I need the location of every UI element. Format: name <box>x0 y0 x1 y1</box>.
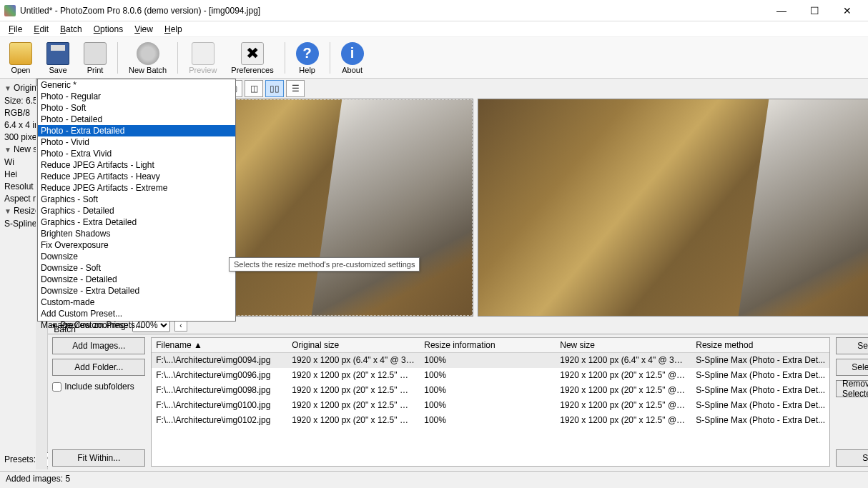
presets-label: Presets: <box>4 454 36 464</box>
table-cell: 1920 x 1200 px (20" x 12.5" @ 9... <box>556 383 691 397</box>
col-filename[interactable]: Filename ▲ <box>152 338 287 352</box>
table-cell: 100% <box>420 353 556 367</box>
about-button[interactable]: iAbout <box>335 39 370 77</box>
minimize-button[interactable]: — <box>765 0 798 21</box>
table-cell: 100% <box>420 413 556 427</box>
table-row[interactable]: F:\...\Architecture\img0102.jpg1920 x 12… <box>152 413 829 428</box>
table-cell: 1920 x 1200 px (20" x 12.5" @ 9... <box>556 368 691 382</box>
menu-help[interactable]: Help <box>159 23 188 36</box>
preset-option[interactable]: Downsize - Extra Detailed <box>38 285 235 297</box>
preset-option[interactable]: Fix Overexposure <box>38 239 235 251</box>
table-cell: 1920 x 1200 px (20" x 12.5" @ 9... <box>287 398 420 412</box>
preset-option[interactable]: Add Custom Preset... <box>38 308 235 319</box>
preset-option[interactable]: Graphics - Detailed <box>38 205 235 216</box>
table-cell: 100% <box>420 383 556 397</box>
save-button[interactable]: Save <box>40 39 76 77</box>
preset-option[interactable]: Reduce JPEG Artifacts - Extreme <box>38 182 235 194</box>
batch-left-controls: Add Images... Add Folder... Include subf… <box>52 337 145 467</box>
preset-option[interactable]: Reduce JPEG Artifacts - Light <box>38 159 235 171</box>
table-cell: S-Spline Max (Photo - Extra Det... <box>691 353 829 367</box>
table-cell: F:\...\Architecture\img0098.jpg <box>152 383 287 397</box>
close-button[interactable]: ✕ <box>831 0 864 21</box>
preferences-button[interactable]: ✖Preferences <box>225 39 280 77</box>
toolbar-separator <box>330 42 330 74</box>
col-new-size[interactable]: New size <box>556 338 691 352</box>
layout-split-h-icon[interactable]: ◫ <box>245 80 263 97</box>
menu-batch[interactable]: Batch <box>54 23 88 36</box>
preset-option[interactable]: Downsize - Soft <box>38 262 235 274</box>
preset-option[interactable]: Downsize - Detailed <box>38 274 235 285</box>
batch-area: Batch Add Images... Add Folder... Includ… <box>48 334 868 469</box>
table-row[interactable]: F:\...\Architecture\img0096.jpg1920 x 12… <box>152 368 829 383</box>
settings-panel: Original Size: 6.59 RGB/8 6.4 x 4 in 300… <box>0 79 48 469</box>
maximize-button[interactable]: ☐ <box>798 0 831 21</box>
preset-option[interactable]: Downsize <box>38 251 235 262</box>
print-button[interactable]: Print <box>77 39 113 77</box>
preset-option[interactable]: Photo - Extra Detailed <box>38 125 235 136</box>
help-button[interactable]: ?Help <box>290 39 325 77</box>
table-cell: F:\...\Architecture\img0100.jpg <box>152 398 287 412</box>
preview-image-result[interactable] <box>478 99 868 317</box>
table-row[interactable]: F:\...\Architecture\img0094.jpg1920 x 12… <box>152 353 829 368</box>
select-all-button[interactable]: Select All <box>836 337 868 354</box>
titlebar: Untitled* - PhotoZoom Pro 8.0.6 (demo ve… <box>0 0 868 21</box>
table-cell: 1920 x 1200 px (6.4" x 4" @ 300 ... <box>287 353 420 367</box>
toolbar-separator <box>285 42 285 74</box>
table-cell: S-Spline Max (Photo - Extra Det... <box>691 383 829 397</box>
table-cell: S-Spline Max (Photo - Extra Det... <box>691 413 829 427</box>
menu-file[interactable]: File <box>3 23 28 36</box>
new-batch-button[interactable]: New Batch <box>122 39 173 77</box>
remove-selected-button[interactable]: Remove Selected <box>836 380 868 397</box>
menu-options[interactable]: Options <box>88 23 129 36</box>
preset-option[interactable]: Photo - Detailed <box>38 114 235 125</box>
table-cell: F:\...\Architecture\img0094.jpg <box>152 353 287 367</box>
table-cell: 100% <box>420 398 556 412</box>
table-row[interactable]: F:\...\Architecture\img0100.jpg1920 x 12… <box>152 398 829 413</box>
preset-option[interactable]: Custom-made <box>38 297 235 308</box>
layout-stack-icon[interactable]: ☰ <box>286 80 305 97</box>
preset-option[interactable]: Reduce JPEG Artifacts - Heavy <box>38 171 235 182</box>
table-row[interactable]: F:\...\Architecture\img0098.jpg1920 x 12… <box>152 383 829 398</box>
preset-option[interactable]: Brighten Shadows <box>38 228 235 239</box>
preset-option[interactable]: Graphics - Soft <box>38 194 235 205</box>
select-none-button[interactable]: Select None <box>836 359 868 376</box>
table-cell: 1920 x 1200 px (20" x 12.5" @ 9... <box>287 368 420 382</box>
include-subfolders-checkbox[interactable]: Include subfolders <box>52 382 145 392</box>
menu-view[interactable]: View <box>129 23 159 36</box>
table-cell: 1920 x 1200 px (6.4" x 4" @ 300 ... <box>556 353 691 367</box>
preset-dropdown-list[interactable]: Generic *Photo - RegularPhoto - SoftPhot… <box>37 79 236 322</box>
preview-button[interactable]: Preview <box>182 39 223 77</box>
toolbar-separator <box>117 42 118 74</box>
add-folder-button[interactable]: Add Folder... <box>52 359 145 376</box>
menu-edit[interactable]: Edit <box>28 23 54 36</box>
table-cell: F:\...\Architecture\img0096.jpg <box>152 368 287 382</box>
main-toolbar: Open Save Print New Batch Preview ✖Prefe… <box>0 37 868 79</box>
start-button[interactable]: Start... <box>836 449 868 467</box>
col-resize-info[interactable]: Resize information <box>420 338 556 352</box>
table-cell: 1920 x 1200 px (20" x 12.5" @ 9... <box>287 413 420 427</box>
preset-option[interactable]: Photo - Extra Vivid <box>38 148 235 159</box>
preset-option[interactable]: Graphics - Extra Detailed <box>38 216 235 228</box>
batch-table: Filename ▲ Original size Resize informat… <box>151 337 830 467</box>
batch-table-header: Filename ▲ Original size Resize informat… <box>152 338 829 353</box>
add-images-button[interactable]: Add Images... <box>52 337 145 354</box>
open-button[interactable]: Open <box>3 39 39 77</box>
table-cell: 1920 x 1200 px (20" x 12.5" @ 9... <box>556 413 691 427</box>
table-cell: S-Spline Max (Photo - Extra Det... <box>691 368 829 382</box>
preset-option[interactable]: Photo - Soft <box>38 102 235 114</box>
col-resize-method[interactable]: Resize method <box>691 338 829 352</box>
batch-table-body: F:\...\Architecture\img0094.jpg1920 x 12… <box>152 353 829 466</box>
preset-option[interactable]: Photo - Regular <box>38 91 235 102</box>
table-cell: 100% <box>420 368 556 382</box>
status-bar: Added images: 5 <box>0 471 868 488</box>
col-original[interactable]: Original size <box>287 338 420 352</box>
preset-option[interactable]: Generic * <box>38 79 235 91</box>
preset-option[interactable]: Manage Custom Presets... <box>38 319 235 331</box>
menubar: File Edit Batch Options View Help <box>0 21 868 37</box>
table-cell: S-Spline Max (Photo - Extra Det... <box>691 398 829 412</box>
table-cell: 1920 x 1200 px (20" x 12.5" @ 9... <box>556 398 691 412</box>
preset-option[interactable]: Photo - Vivid <box>38 136 235 148</box>
window-title: Untitled* - PhotoZoom Pro 8.0.6 (demo ve… <box>20 6 765 16</box>
fit-within-button[interactable]: Fit Within... <box>52 449 145 467</box>
layout-split-v-icon[interactable]: ▯▯ <box>265 80 284 97</box>
